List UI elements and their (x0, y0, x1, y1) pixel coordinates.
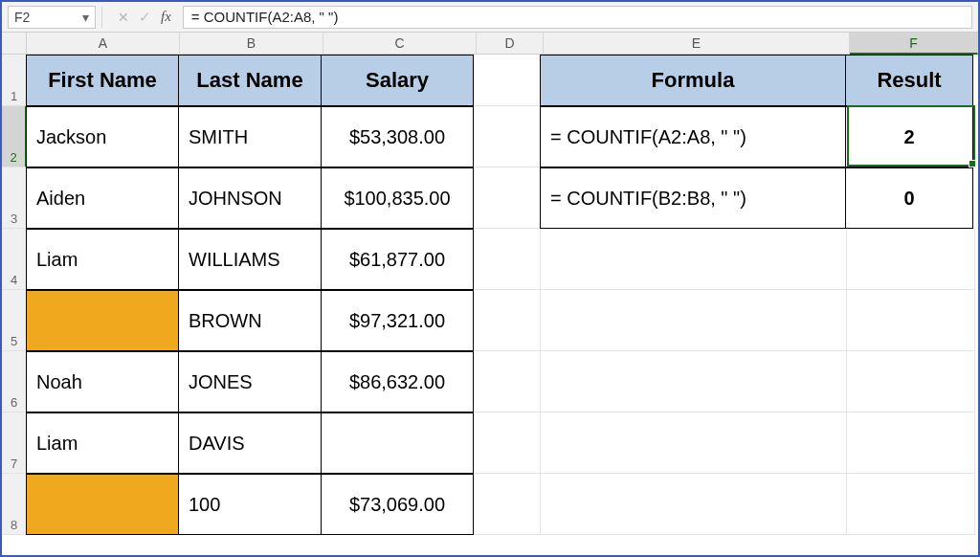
cell-C3[interactable]: $100,835.00 (321, 167, 474, 229)
cell-C1[interactable]: Salary (321, 55, 474, 106)
row-8: 8 100 $73,069.00 (2, 474, 978, 535)
separator (101, 7, 102, 28)
row-4: 4 Liam WILLIAMS $61,877.00 (2, 229, 978, 290)
cancel-icon[interactable]: ✕ (118, 10, 129, 25)
cell-F5[interactable] (847, 290, 975, 351)
select-all-corner[interactable] (2, 33, 27, 54)
cell-E2[interactable]: = COUNTIF(A2:A8, " ") (540, 106, 846, 167)
col-header-E[interactable]: E (544, 33, 850, 54)
cell-A4[interactable]: Liam (26, 229, 179, 290)
cell-E4[interactable] (541, 229, 847, 290)
cell-A6[interactable]: Noah (26, 351, 179, 412)
cell-E6[interactable] (541, 351, 847, 412)
cell-C7[interactable] (321, 412, 474, 474)
cell-E8[interactable] (541, 474, 847, 535)
row-header-8[interactable]: 8 (2, 474, 27, 535)
cell-B4[interactable]: WILLIAMS (178, 229, 322, 290)
cell-E1[interactable]: Formula (540, 55, 846, 106)
fx-icon[interactable]: fx (161, 9, 171, 25)
row-7: 7 Liam DAVIS (2, 412, 978, 474)
cell-E7[interactable] (541, 412, 847, 474)
col-header-A[interactable]: A (27, 33, 180, 54)
cell-E3[interactable]: = COUNTIF(B2:B8, " ") (540, 167, 846, 229)
cell-C8[interactable]: $73,069.00 (321, 474, 474, 535)
cell-A3[interactable]: Aiden (26, 167, 179, 229)
cell-F8[interactable] (847, 474, 975, 535)
col-header-F[interactable]: F (850, 33, 978, 55)
cell-D4[interactable] (474, 229, 541, 290)
cell-D1[interactable] (474, 55, 541, 106)
row-6: 6 Noah JONES $86,632.00 (2, 351, 978, 412)
cell-F2[interactable]: 2 (845, 106, 973, 167)
cell-D6[interactable] (474, 351, 541, 412)
col-header-B[interactable]: B (180, 33, 323, 54)
row-header-3[interactable]: 3 (2, 167, 27, 229)
cell-C6[interactable]: $86,632.00 (321, 351, 474, 412)
cell-F7[interactable] (847, 412, 975, 474)
cell-A8[interactable] (26, 474, 179, 535)
cell-B2[interactable]: SMITH (178, 106, 322, 167)
cell-C2[interactable]: $53,308.00 (321, 106, 474, 167)
cell-F4[interactable] (847, 229, 975, 290)
cell-D3[interactable] (474, 167, 541, 229)
rows: 1 First Name Last Name Salary Formula Re… (2, 55, 978, 535)
col-header-D[interactable]: D (477, 33, 544, 54)
cell-D8[interactable] (474, 474, 541, 535)
cell-A7[interactable]: Liam (26, 412, 179, 474)
name-box[interactable]: F2 ▾ (8, 6, 96, 29)
formula-bar-controls: ✕ ✓ fx (108, 9, 177, 26)
row-header-2[interactable]: 2 (2, 106, 27, 167)
cell-F1[interactable]: Result (845, 55, 973, 106)
cell-A2[interactable]: Jackson (26, 106, 179, 167)
row-header-6[interactable]: 6 (2, 351, 27, 412)
spreadsheet-app: F2 ▾ ✕ ✓ fx = COUNTIF(A2:A8, " ") A B C … (0, 0, 980, 557)
cell-B1[interactable]: Last Name (178, 55, 322, 106)
cell-F3[interactable]: 0 (845, 167, 973, 229)
cell-E5[interactable] (541, 290, 847, 351)
grid[interactable]: A B C D E F 1 First Name Last Name Salar… (2, 33, 978, 555)
cell-A5[interactable] (26, 290, 179, 351)
formula-input[interactable]: = COUNTIF(A2:A8, " ") (183, 6, 972, 29)
cell-B3[interactable]: JOHNSON (178, 167, 322, 229)
row-3: 3 Aiden JOHNSON $100,835.00 = COUNTIF(B2… (2, 167, 978, 229)
column-headers: A B C D E F (2, 33, 978, 55)
row-header-4[interactable]: 4 (2, 229, 27, 290)
cell-D2[interactable] (474, 106, 541, 167)
chevron-down-icon[interactable]: ▾ (78, 9, 93, 26)
row-header-1[interactable]: 1 (2, 55, 27, 106)
cell-C5[interactable]: $97,321.00 (321, 290, 474, 351)
row-2: 2 Jackson SMITH $53,308.00 = COUNTIF(A2:… (2, 106, 978, 167)
cell-F6[interactable] (847, 351, 975, 412)
cell-B7[interactable]: DAVIS (178, 412, 322, 474)
check-icon[interactable]: ✓ (139, 9, 151, 26)
cell-D7[interactable] (474, 412, 541, 474)
cell-B5[interactable]: BROWN (178, 290, 322, 351)
row-1: 1 First Name Last Name Salary Formula Re… (2, 55, 978, 106)
cell-B6[interactable]: JONES (178, 351, 322, 412)
name-box-value: F2 (14, 10, 30, 25)
cell-C4[interactable]: $61,877.00 (321, 229, 474, 290)
row-5: 5 BROWN $97,321.00 (2, 290, 978, 351)
formula-input-value: = COUNTIF(A2:A8, " ") (191, 9, 339, 25)
row-header-5[interactable]: 5 (2, 290, 27, 351)
row-header-7[interactable]: 7 (2, 412, 27, 474)
col-header-C[interactable]: C (323, 33, 477, 54)
cell-B8[interactable]: 100 (178, 474, 322, 535)
cell-D5[interactable] (474, 290, 541, 351)
formula-bar: F2 ▾ ✕ ✓ fx = COUNTIF(A2:A8, " ") (2, 2, 978, 33)
cell-A1[interactable]: First Name (26, 55, 179, 106)
